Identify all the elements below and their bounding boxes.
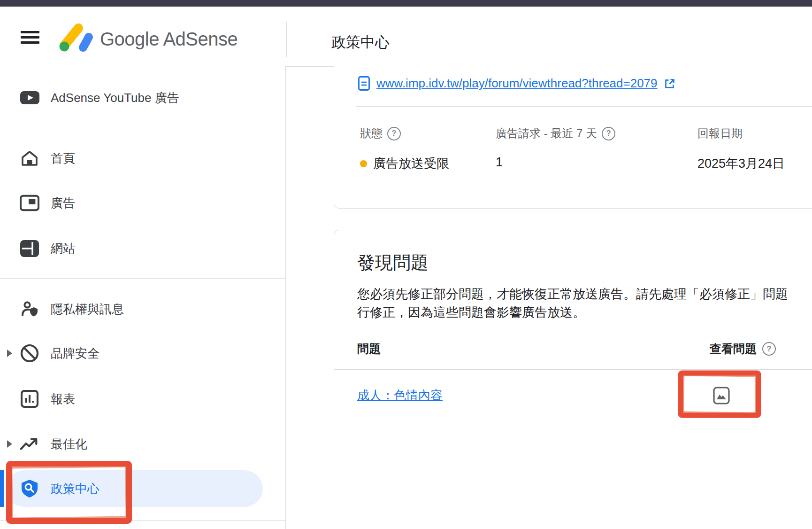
reported-date-cell: 2025年3月24日 <box>697 155 785 172</box>
help-icon[interactable]: ? <box>762 342 776 356</box>
issues-found-card: 發現問題 您必須先修正部分問題，才能恢復正常放送廣告。請先處理「必須修正」問題 … <box>334 230 812 529</box>
table-divider <box>334 369 812 370</box>
issue-column-header: 問題 <box>357 341 381 357</box>
sidebar-item-adsense-youtube-ads[interactable]: AdSense YouTube 廣告 <box>0 86 285 109</box>
sidebar-separator <box>0 128 285 128</box>
issues-description-line2: 行修正，因為這些問題會影響廣告放送。 <box>357 304 585 321</box>
open-in-new-icon[interactable] <box>664 78 675 89</box>
privacy-messaging-icon <box>20 300 39 319</box>
browser-top-strip <box>0 0 812 7</box>
site-status-card: www.imp.idv.tw/play/forum/viewthread?thr… <box>334 66 812 209</box>
help-icon[interactable]: ? <box>387 127 401 140</box>
sidebar-item-home[interactable]: 首頁 <box>0 147 285 170</box>
sidebar-item-optimization[interactable]: 最佳化 <box>0 433 285 455</box>
sidebar-item-brand-safety[interactable]: 品牌安全 <box>0 342 285 365</box>
site-url-link[interactable]: www.imp.idv.tw/play/forum/viewthread?thr… <box>376 76 658 91</box>
status-dot-amber <box>360 160 367 167</box>
header-divider <box>286 22 287 57</box>
sidebar-item-sites[interactable]: 網站 <box>0 237 285 260</box>
reported-date-column-header: 回報日期 <box>697 126 743 141</box>
view-issue-column-header: 查看問題 ? <box>710 341 776 357</box>
site-url-row: www.imp.idv.tw/play/forum/viewthread?thr… <box>358 76 675 91</box>
ad-requests-cell: 1 <box>496 155 503 170</box>
sidebar-item-reports[interactable]: 報表 <box>0 388 285 410</box>
youtube-icon <box>20 88 39 107</box>
brand-text: Google AdSense <box>100 29 237 50</box>
help-icon[interactable]: ? <box>602 127 615 140</box>
reports-icon <box>20 389 39 408</box>
app-header: Google AdSense 政策中心 <box>0 7 812 67</box>
ad-requests-column-header: 廣告請求 - 最近 7 天 ? <box>496 126 615 141</box>
view-issue-image-icon[interactable] <box>712 387 730 405</box>
sites-icon <box>20 239 39 258</box>
trending-up-icon <box>20 435 39 453</box>
sidebar-separator <box>0 520 285 521</box>
ads-icon <box>20 194 39 212</box>
sidebar-item-policy-center[interactable]: 政策中心 <box>0 477 285 500</box>
chevron-right-icon[interactable] <box>7 350 12 357</box>
status-cell: 廣告放送受限 <box>360 155 449 172</box>
adsense-policy-center-page: Google AdSense 政策中心 AdSense YouTube 廣告 <box>0 0 812 529</box>
sidebar-item-ads[interactable]: 廣告 <box>0 192 285 214</box>
issue-link-adult-content[interactable]: 成人：色情內容 <box>357 387 443 404</box>
page-title: 政策中心 <box>331 32 390 52</box>
sidebar-separator <box>0 278 285 279</box>
card-divider <box>356 106 812 107</box>
issues-description-line1: 您必須先修正部分問題，才能恢復正常放送廣告。請先處理「必須修正」問題 <box>357 286 788 303</box>
status-column-header: 狀態 ? <box>360 126 401 141</box>
chevron-right-icon[interactable] <box>7 440 12 448</box>
issues-card-title: 發現問題 <box>357 251 429 275</box>
block-icon <box>20 344 39 363</box>
sidebar-item-privacy-messaging[interactable]: 隱私權與訊息 <box>0 298 285 320</box>
hamburger-menu-icon[interactable] <box>21 28 39 46</box>
sidebar-nav: AdSense YouTube 廣告 首頁 廣告 <box>0 66 286 529</box>
policy-shield-icon <box>20 479 39 498</box>
document-icon <box>358 76 370 91</box>
adsense-logo-icon <box>55 23 98 56</box>
home-icon <box>20 149 39 168</box>
